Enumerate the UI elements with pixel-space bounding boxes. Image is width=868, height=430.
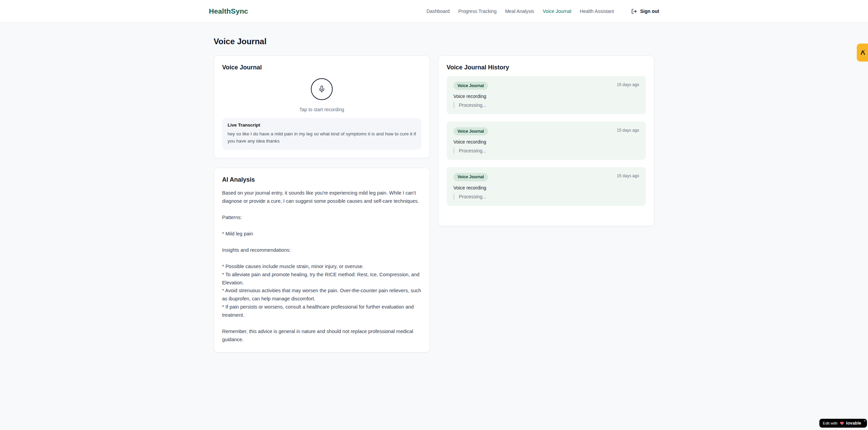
- history-entry-head: Voice Journal 15 days ago: [453, 173, 639, 181]
- left-column: Voice Journal Tap to start recording: [214, 55, 430, 352]
- nav-item-progress-tracking[interactable]: Progress Tracking: [458, 9, 497, 14]
- nav-item-dashboard[interactable]: Dashboard: [427, 9, 450, 14]
- edit-with-lovable-badge[interactable]: Edit with lovable ×: [819, 419, 867, 428]
- history-card-title: Voice Journal History: [447, 64, 646, 71]
- app-logo[interactable]: HealthSync: [209, 7, 248, 15]
- recorder-area: Tap to start recording: [222, 78, 421, 112]
- history-entry-head: Voice Journal 15 days ago: [453, 82, 639, 90]
- page-title: Voice Journal: [214, 37, 654, 46]
- main-nav: Dashboard Progress Tracking Meal Analysi…: [427, 9, 659, 14]
- nav-item-voice-journal[interactable]: Voice Journal: [543, 9, 571, 14]
- edit-badge-brand: lovable: [846, 421, 861, 426]
- close-icon[interactable]: ×: [864, 419, 866, 423]
- history-list: Voice Journal 15 days ago Voice recordin…: [447, 76, 646, 206]
- gradient-heart-icon: [840, 421, 844, 426]
- log-out-icon: [631, 9, 637, 14]
- nav-item-meal-analysis[interactable]: Meal Analysis: [505, 9, 534, 14]
- entry-timestamp: 15 days ago: [617, 127, 639, 133]
- live-transcript-box: Live Transcript hey so like I do have a …: [222, 118, 421, 150]
- record-button[interactable]: [311, 78, 333, 100]
- edit-badge-prefix: Edit with: [823, 421, 837, 425]
- live-transcript-label: Live Transcript: [228, 122, 416, 128]
- sign-out-button[interactable]: Sign out: [631, 9, 659, 14]
- entry-type-badge: Voice Journal: [453, 173, 488, 181]
- entry-label: Voice recording: [453, 94, 639, 99]
- tap-to-record-hint: Tap to start recording: [299, 107, 344, 112]
- entry-type-badge: Voice Journal: [453, 82, 488, 90]
- header-inner: HealthSync Dashboard Progress Tracking M…: [209, 7, 659, 15]
- entry-label: Voice recording: [453, 139, 639, 145]
- entry-type-badge: Voice Journal: [453, 127, 488, 135]
- voice-journal-card: Voice Journal Tap to start recording: [214, 55, 430, 158]
- browser-extension-tab[interactable]: [857, 44, 868, 62]
- history-entry-head: Voice Journal 15 days ago: [453, 127, 639, 135]
- sign-out-label: Sign out: [640, 9, 659, 14]
- history-entry[interactable]: Voice Journal 15 days ago Voice recordin…: [447, 167, 646, 205]
- entry-timestamp: 15 days ago: [617, 173, 639, 178]
- ai-analysis-title: AI Analysis: [222, 176, 421, 184]
- lambda-a-icon: [859, 49, 866, 56]
- main-content: Voice Journal Voice Journal: [214, 23, 654, 352]
- entry-timestamp: 15 days ago: [617, 82, 639, 87]
- entry-label: Voice recording: [453, 185, 639, 191]
- entry-status: Processing...: [453, 194, 639, 200]
- voice-journal-card-title: Voice Journal: [222, 64, 421, 71]
- voice-journal-history-card: Voice Journal History Voice Journal 15 d…: [438, 55, 654, 226]
- ai-analysis-body: Based on your journal entry, it sounds l…: [222, 189, 421, 344]
- entry-status: Processing...: [453, 148, 639, 154]
- live-transcript-text: hey so like I do have a mild pain in my …: [228, 130, 416, 145]
- history-entry[interactable]: Voice Journal 15 days ago Voice recordin…: [447, 76, 646, 114]
- ai-analysis-card: AI Analysis Based on your journal entry,…: [214, 168, 430, 352]
- entry-status: Processing...: [453, 102, 639, 108]
- app-header: HealthSync Dashboard Progress Tracking M…: [0, 0, 868, 23]
- content-grid: Voice Journal Tap to start recording: [214, 55, 654, 352]
- nav-item-health-assistant[interactable]: Health Assistant: [580, 9, 614, 14]
- microphone-icon: [318, 85, 326, 93]
- history-entry[interactable]: Voice Journal 15 days ago Voice recordin…: [447, 121, 646, 160]
